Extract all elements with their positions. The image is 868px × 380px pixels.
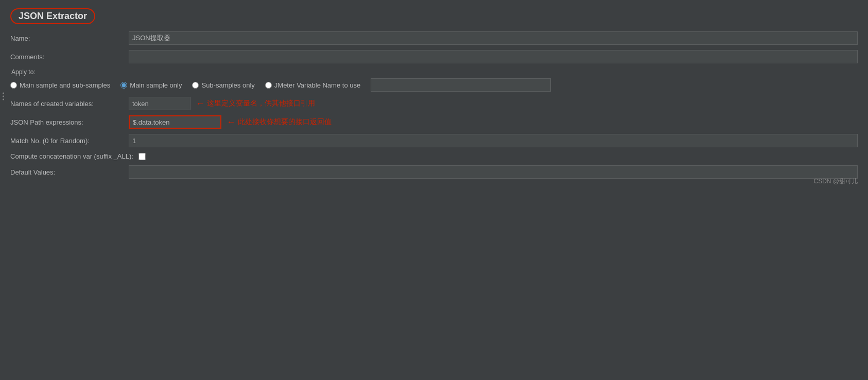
page-title: JSON Extractor [19,11,87,21]
apply-to-label: Apply to: [10,68,858,76]
left-dots-decoration [3,92,4,100]
radio-sub-only[interactable] [192,82,199,89]
red-arrow-json-path: ← [227,117,236,128]
variables-label: Names of created variables: [10,100,129,108]
default-values-input[interactable] [129,165,858,179]
match-no-label: Match No. (0 for Random): [10,137,129,145]
title-oval: JSON Extractor [10,8,95,24]
radio-main-sub-label: Main sample and sub-samples [20,81,110,89]
json-path-annotation-text: 此处接收你想要的接口返回值 [238,117,332,127]
name-row: Name: [10,31,858,45]
apply-to-options: Main sample and sub-samples Main sample … [10,78,858,92]
red-arrow-variables: ← [196,98,205,109]
radio-option-main-sub[interactable]: Main sample and sub-samples [10,81,110,89]
title-section: JSON Extractor [10,8,858,24]
variables-annotation-text: 这里定义变量名，供其他接口引用 [207,99,315,108]
apply-to-section: Apply to: Main sample and sub-samples Ma… [10,68,858,92]
comments-input[interactable] [129,50,858,63]
radio-option-main-only[interactable]: Main sample only [120,81,182,89]
variables-row: Names of created variables: ← 这里定义变量名，供其… [10,97,858,110]
compute-checkbox[interactable] [138,153,146,160]
radio-sub-only-label: Sub-samples only [201,81,254,89]
radio-jmeter-var[interactable] [265,82,272,89]
json-path-input[interactable] [129,115,221,129]
default-values-label: Default Values: [10,168,129,176]
watermark: CSDN @甜可儿 [813,177,858,186]
match-no-row: Match No. (0 for Random): [10,134,858,147]
variables-input[interactable] [129,97,190,110]
compute-label: Compute concatenation var (suffix _ALL): [10,152,138,160]
json-path-label: JSON Path expressions: [10,118,129,126]
comments-label: Comments: [10,53,129,61]
radio-option-jmeter-var[interactable]: JMeter Variable Name to use [265,81,360,89]
json-path-annotation-wrapper: ← 此处接收你想要的接口返回值 [227,117,332,128]
json-path-input-wrapper: ← 此处接收你想要的接口返回值 [129,115,858,129]
radio-main-sub[interactable] [10,82,17,89]
name-label: Name: [10,34,129,42]
radio-main-only[interactable] [120,82,127,89]
token-input-wrapper: ← 这里定义变量名，供其他接口引用 [129,97,858,110]
name-input[interactable] [129,31,858,45]
compute-row: Compute concatenation var (suffix _ALL): [10,152,858,160]
comments-row: Comments: [10,50,858,63]
match-no-input[interactable] [129,134,858,147]
radio-main-only-label: Main sample only [130,81,182,89]
radio-option-sub-only[interactable]: Sub-samples only [192,81,254,89]
json-path-row: JSON Path expressions: ← 此处接收你想要的接口返回值 [10,115,858,129]
default-values-row: Default Values: [10,165,858,179]
variables-annotation-wrapper: ← 这里定义变量名，供其他接口引用 [196,98,315,109]
jmeter-var-input[interactable] [371,78,551,92]
radio-jmeter-var-label: JMeter Variable Name to use [274,81,360,89]
